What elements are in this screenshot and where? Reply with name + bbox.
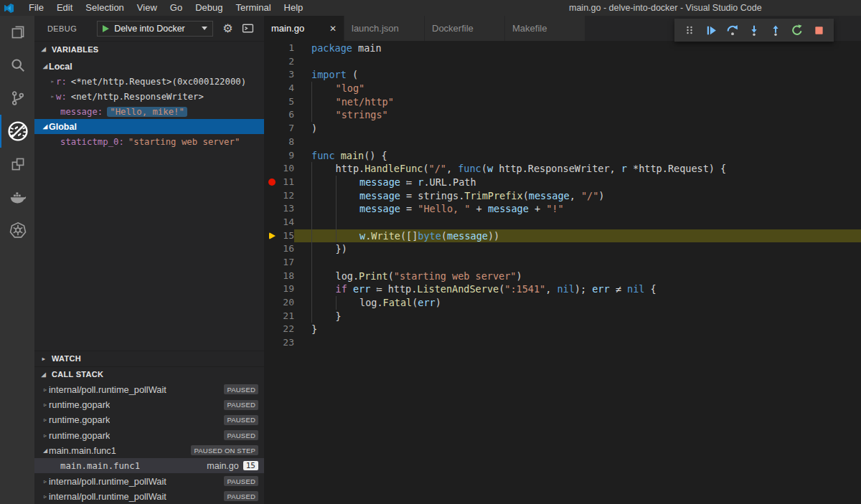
gutter-glyph-margin[interactable] xyxy=(264,282,280,296)
gutter-glyph-margin[interactable] xyxy=(264,55,280,69)
tab-main-go[interactable]: main.go✕ xyxy=(264,16,344,41)
menu-item-view[interactable]: View xyxy=(131,0,164,16)
gutter-glyph-margin[interactable] xyxy=(264,323,280,336)
code-text[interactable]: } xyxy=(294,310,861,323)
gutter-glyph-margin[interactable] xyxy=(264,162,280,176)
code-text[interactable]: "net/http" xyxy=(294,95,861,109)
gutter-glyph-margin[interactable] xyxy=(264,256,280,270)
code-text[interactable] xyxy=(294,216,861,229)
gutter-glyph-margin[interactable] xyxy=(264,82,280,95)
step-out-button[interactable] xyxy=(765,20,786,40)
gutter-glyph-margin[interactable] xyxy=(264,242,280,256)
tab-Dockerfile[interactable]: Dockerfile xyxy=(425,16,505,41)
gutter-glyph-margin[interactable] xyxy=(264,202,280,216)
gutter-glyph-margin[interactable] xyxy=(264,122,280,135)
activity-item-docker[interactable] xyxy=(0,181,34,214)
call-stack-thread-row[interactable]: ▹runtime.goparkPAUSED xyxy=(34,397,264,412)
menu-item-selection[interactable]: Selection xyxy=(79,0,130,16)
code-text[interactable]: w.Write([]byte(message)) xyxy=(294,229,861,243)
variable-row[interactable]: ▹r:<*net/http.Request>(0xc000122000) xyxy=(34,74,264,89)
stop-button[interactable] xyxy=(808,20,829,40)
code-text[interactable]: message = "Hello, " + message + "!" xyxy=(294,202,861,216)
gutter-glyph-margin[interactable] xyxy=(264,229,280,243)
code-text[interactable]: } xyxy=(294,323,861,336)
gutter-glyph-margin[interactable] xyxy=(264,176,280,189)
code-text[interactable]: message = strings.TrimPrefix(message, "/… xyxy=(294,189,861,203)
debug-console-button[interactable] xyxy=(242,22,254,34)
activity-item-source-control[interactable] xyxy=(0,82,34,115)
gutter-glyph-margin[interactable] xyxy=(264,135,280,149)
gutter-glyph-margin[interactable] xyxy=(264,95,280,109)
gutter-glyph-margin[interactable] xyxy=(264,336,280,350)
start-debug-icon[interactable] xyxy=(103,25,109,32)
step-over-button[interactable] xyxy=(722,20,743,40)
gutter-glyph-margin[interactable] xyxy=(264,296,280,310)
code-text[interactable] xyxy=(294,135,861,149)
menu-item-edit[interactable]: Edit xyxy=(50,0,79,16)
code-text[interactable]: message ≔ r.URL.Path xyxy=(294,176,861,189)
variables-section-header[interactable]: ◢ VARIABLES xyxy=(34,41,264,57)
gutter-glyph-margin[interactable] xyxy=(264,310,280,323)
gutter-glyph-margin[interactable] xyxy=(264,42,280,55)
restart-button[interactable] xyxy=(786,20,808,40)
variable-row[interactable]: message:"Hello, mike!" xyxy=(34,104,264,119)
code-text[interactable]: log.Print("starting web server") xyxy=(294,270,861,283)
gutter-glyph-margin[interactable] xyxy=(264,270,280,283)
code-text[interactable]: package main xyxy=(294,42,861,55)
call-stack-thread-row[interactable]: ▹runtime.goparkPAUSED xyxy=(34,412,264,427)
activity-item-debug[interactable] xyxy=(0,115,34,148)
configure-gear-button[interactable]: ⚙ xyxy=(222,23,232,34)
menu-item-go[interactable]: Go xyxy=(164,0,189,16)
activity-item-kubernetes[interactable] xyxy=(0,214,34,247)
activity-item-explorer[interactable] xyxy=(0,16,34,49)
continue-button[interactable] xyxy=(700,20,722,40)
code-text[interactable]: log.Fatal(err) xyxy=(294,296,861,310)
code-line-20: 20 log.Fatal(err) xyxy=(264,296,861,310)
code-text[interactable] xyxy=(294,256,861,270)
tab-launch-json[interactable]: launch.json xyxy=(344,16,425,41)
close-icon[interactable]: ✕ xyxy=(329,24,337,34)
call-stack-thread-row[interactable]: ◢main.main.func1PAUSED ON STEP xyxy=(34,443,264,458)
code-text[interactable] xyxy=(294,336,861,350)
gutter-glyph-margin[interactable] xyxy=(264,108,280,122)
gutter-glyph-margin[interactable] xyxy=(264,189,280,203)
code-text[interactable] xyxy=(294,55,861,69)
menu-item-file[interactable]: File xyxy=(22,0,50,16)
watch-section-header[interactable]: ▸ WATCH xyxy=(34,351,264,366)
code-text[interactable]: ) xyxy=(294,122,861,135)
code-line-16: 16 }) xyxy=(264,242,861,256)
tab-Makefile[interactable]: Makefile xyxy=(505,16,585,41)
code-editor[interactable]: 1package main23import (4 "log"5 "net/htt… xyxy=(264,41,861,504)
variable-row[interactable]: ▹w:<net/http.ResponseWriter> xyxy=(34,89,264,104)
menu-item-terminal[interactable]: Terminal xyxy=(229,0,277,16)
activity-item-search[interactable] xyxy=(0,49,34,82)
code-text[interactable]: }) xyxy=(294,242,861,256)
call-stack-thread-row[interactable]: ▹internal/poll.runtime_pollWaitPAUSED xyxy=(34,489,264,504)
continue-icon xyxy=(705,24,718,37)
activity-item-extensions[interactable] xyxy=(0,148,34,181)
call-stack-thread-row[interactable]: ▹internal/poll.runtime_pollWaitPAUSED xyxy=(34,473,264,488)
call-stack-thread-row[interactable]: ▹internal/poll.runtime_pollWaitPAUSED xyxy=(34,382,264,397)
code-text[interactable]: if err ≔ http.ListenAndServe(":1541", ni… xyxy=(294,282,861,296)
drag-grip-button[interactable] xyxy=(679,20,700,40)
variables-scope-local[interactable]: ◢Local xyxy=(34,59,264,74)
code-text[interactable]: func main() { xyxy=(294,149,861,163)
code-line-9: 9func main() { xyxy=(264,149,861,163)
gutter-glyph-margin[interactable] xyxy=(264,68,280,82)
code-line-1: 1package main xyxy=(264,42,861,55)
variables-scope-global[interactable]: ◢Global xyxy=(34,119,264,134)
call-stack-section-header[interactable]: ◢ CALL STACK xyxy=(34,366,264,382)
code-text[interactable]: "strings" xyxy=(294,108,861,122)
code-text[interactable]: "log" xyxy=(294,82,861,95)
menu-item-help[interactable]: Help xyxy=(278,0,310,16)
step-into-button[interactable] xyxy=(743,20,765,40)
menu-item-debug[interactable]: Debug xyxy=(189,0,229,16)
gutter-glyph-margin[interactable] xyxy=(264,149,280,163)
call-stack-thread-row[interactable]: ▹runtime.goparkPAUSED xyxy=(34,428,264,443)
variable-row[interactable]: statictmp_0:"starting web server" xyxy=(34,134,264,149)
code-text[interactable]: import ( xyxy=(294,68,861,82)
code-text[interactable]: http.HandleFunc("/", func(w http.Respons… xyxy=(294,162,861,176)
launch-config-dropdown[interactable]: Delve into Docker xyxy=(97,21,213,37)
gutter-glyph-margin[interactable] xyxy=(264,216,280,229)
call-stack-frame-row[interactable]: main.main.func1main.go15 xyxy=(34,458,264,473)
